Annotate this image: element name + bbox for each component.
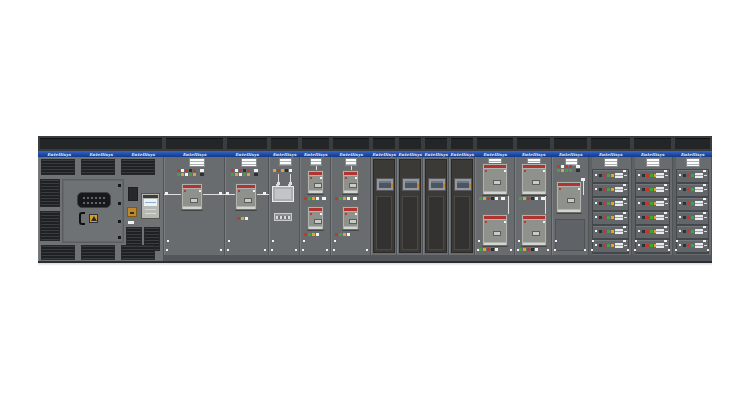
bay-acb-bay-2: [225, 157, 269, 255]
brand-logo: Entellisys: [483, 152, 507, 157]
vent-louver-grille: [41, 245, 75, 260]
hmi-screen: [379, 181, 391, 188]
breaker-indicator: [345, 213, 347, 215]
indicator-light: [691, 174, 694, 177]
kick-bolt: [295, 249, 297, 251]
unit-label-dot: [679, 188, 681, 190]
bay-hmi-bay-3: [423, 157, 449, 255]
feeder-unit-row: [677, 226, 708, 238]
breaker-nameplate: [349, 219, 357, 224]
bay-nameplate: [676, 240, 678, 242]
indicator-light: [611, 202, 614, 205]
air-vent-grille: [345, 158, 357, 166]
breaker-handle: [615, 173, 623, 178]
brand-logo: Entellisys: [681, 152, 705, 157]
indicator-light: [691, 202, 694, 205]
unit-nameplate: [623, 170, 626, 172]
feeder-unit-row: [636, 212, 669, 224]
feeder-unit-row: [677, 184, 708, 196]
indicator-light: [683, 216, 686, 219]
indicator-light: [177, 173, 180, 176]
indicator-light: [642, 174, 645, 177]
air-vent-grille: [686, 158, 700, 167]
indicator-light: [611, 216, 614, 219]
lower-door-panel: [555, 219, 585, 251]
indicator-label: [576, 165, 580, 168]
brand-logo: Entellisys: [522, 152, 546, 157]
breaker-indicator: [524, 170, 526, 172]
unit-label-dot: [595, 216, 597, 218]
brand-logo: Entellisys: [398, 152, 422, 157]
feeder-unit-row: [593, 226, 628, 238]
indicator-light: [565, 169, 568, 172]
door-hinge: [118, 236, 121, 239]
roof-vent-panel: [675, 138, 710, 149]
indicator-light: [247, 169, 250, 172]
indicator-light: [646, 202, 649, 205]
indicator-light: [523, 248, 526, 251]
indicator-light: [683, 230, 686, 233]
breaker-base-rail: [183, 207, 201, 209]
kick-bolt: [326, 249, 328, 251]
mimic-line-vertical: [583, 181, 584, 195]
kick-bolt: [554, 249, 556, 251]
breaker-base-rail: [237, 207, 255, 209]
breaker-handle: [656, 243, 664, 248]
breaker-trip-strip: [309, 172, 322, 175]
kick-bolt: [707, 249, 709, 251]
indicator-label: [322, 197, 326, 200]
unit-label-dot: [595, 244, 597, 246]
indicator-light: [611, 174, 614, 177]
door-handle: [79, 212, 85, 225]
circuit-breaker: [181, 183, 203, 210]
breaker-face: [309, 212, 322, 226]
bay-hmi-bay-2: [397, 157, 423, 255]
breaker-handle: [695, 187, 703, 192]
breaker-handle: [615, 215, 623, 220]
indicator-light: [683, 188, 686, 191]
indicator-light: [565, 165, 568, 168]
breaker-handle: [615, 243, 623, 248]
breaker-handle: [656, 215, 664, 220]
brand-logo: Entellisys: [559, 152, 583, 157]
breaker-indicator: [559, 188, 561, 190]
breaker-base-rail: [484, 192, 506, 194]
breaker-base-rail: [344, 227, 357, 229]
amber-control-switch: [127, 207, 137, 217]
indicator-light: [599, 174, 602, 177]
indicator-light: [599, 188, 602, 191]
mimic-line: [704, 217, 707, 218]
breaker-nameplate: [532, 231, 540, 236]
unit-label-dot: [638, 216, 640, 218]
indicator-light: [646, 174, 649, 177]
breaker-indicator: [355, 177, 357, 179]
breaker-trip-strip: [484, 165, 506, 168]
indicator-light: [650, 216, 653, 219]
roof-vent-panel: [373, 138, 395, 149]
hmi-power-led: [469, 184, 471, 187]
indicator-label: [501, 197, 505, 200]
connector-pin: [95, 202, 97, 204]
bay-feeder-bay-3: [673, 157, 712, 255]
roof-vent-panel: [591, 138, 630, 149]
indicator-light: [281, 169, 284, 172]
indicator-light: [487, 248, 490, 251]
breaker-indicator: [253, 190, 255, 192]
feeder-unit-row: [636, 240, 669, 252]
kick-bolt: [547, 249, 549, 251]
indicator-light: [285, 169, 288, 172]
breaker-base-rail: [523, 243, 545, 245]
unit-nameplate: [664, 240, 667, 242]
indicator-light: [479, 197, 482, 200]
indicator-light: [185, 169, 188, 172]
indicator-light: [650, 244, 653, 247]
door-hinge: [118, 202, 121, 205]
terminal-post: [288, 184, 291, 186]
bay-acb-duo-bay-1: [300, 157, 331, 255]
roof-vent-panel: [166, 138, 223, 149]
cable-slot: [128, 187, 138, 201]
indicator-light: [599, 244, 602, 247]
indicator-light: [646, 230, 649, 233]
switchgear-lineup-render: EntellisysEntellisysEntellisysEntellisys…: [0, 0, 750, 400]
circuit-breaker: [521, 214, 547, 246]
